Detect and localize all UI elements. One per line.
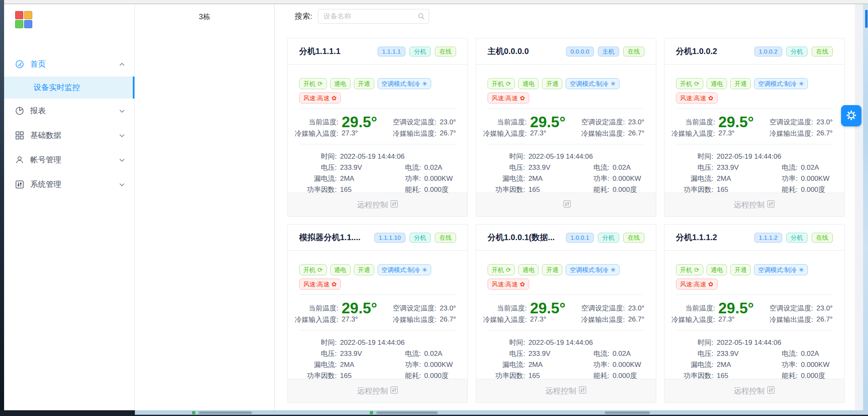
leak-current-value: 2MA: [528, 173, 577, 184]
sidebar-subitem-label: 设备实时监控: [34, 82, 80, 93]
fan-icon: ✿: [708, 281, 714, 287]
device-title: 模拟器分机1.1....: [299, 232, 374, 243]
device-ip-tag: 1.1.1.1: [378, 47, 405, 56]
logo-square-amber: [24, 11, 32, 19]
status-tag-ac-mode: 空调模式:制冷 ✳: [378, 264, 432, 275]
content-scrollbar-track[interactable]: [855, 4, 863, 410]
current-label: 电流:: [581, 162, 609, 173]
set-temp-value: 23.0°: [817, 118, 833, 127]
remote-control-button[interactable]: 远程控制: [476, 379, 656, 403]
time-label: 时间:: [488, 151, 525, 162]
logo-square-blue: [24, 20, 32, 28]
current-label: 电流:: [769, 348, 798, 359]
current-temp-value: 29.5°: [342, 118, 377, 127]
device-card-body: 开机 ⟳ 通电 开通 空调模式:制冷 ✳ 风速:高速 ✿: [664, 78, 844, 195]
status-tag-label: 空调模式:制冷: [382, 79, 420, 88]
status-tag-fan-speed: 风速:高速 ✿: [299, 279, 341, 290]
refrigerant-in-label: 冷媒输入温度:: [671, 315, 715, 324]
remote-control-icon: [579, 386, 586, 396]
power-label: 功率:: [769, 359, 798, 370]
sidebar-item-label: 首页: [30, 59, 46, 70]
taskbar-strip: [0, 410, 868, 416]
device-online-tag: 在线: [435, 47, 456, 56]
device-card-header: 分机1.1.1.2 1.1.1.2 分机 在线: [664, 225, 844, 251]
taskbar-icon: [192, 411, 195, 414]
sidebar-item-home[interactable]: 首页: [4, 52, 134, 76]
status-tag-label: 开通: [734, 79, 747, 88]
temperature-block: 当前温度: 29.5° 空调设定温度: 23.0° 冷媒输入温度: 27.3° …: [676, 110, 833, 139]
temperature-block: 当前温度: 29.5° 空调设定温度: 23.0° 冷媒输入温度: 27.3° …: [488, 296, 644, 325]
device-card: 分机1.0.0.1(数据... 1.0.0.1 分机 在线 开机 ⟳ 通电 开通: [476, 224, 656, 403]
window-scrollbar-thumb[interactable]: [865, 10, 868, 28]
building-item[interactable]: 3栋: [135, 8, 274, 25]
sidebar-item-device-monitor[interactable]: 设备实时监控: [4, 76, 134, 99]
refrigerant-in-value: 27.3°: [530, 129, 546, 137]
refrigerant-in-value: 27.3°: [342, 129, 358, 137]
current-temp-label: 当前温度:: [497, 118, 527, 127]
remote-control-icon: [767, 386, 775, 396]
status-tag-ac-mode: 空调模式:制冷 ✳: [754, 78, 808, 89]
window-scrollbar-track[interactable]: [863, 4, 868, 410]
status-tag-label: 开通: [546, 265, 558, 274]
refresh-icon: ⟳: [694, 81, 700, 87]
set-temp-value: 23.0°: [628, 118, 644, 127]
refrigerant-out-value: 26.7°: [440, 315, 456, 324]
search-label: 搜索:: [295, 9, 312, 24]
device-card-header: 分机1.0.0.1(数据... 1.0.0.1 分机 在线: [476, 225, 656, 251]
refresh-icon: ⟳: [506, 81, 511, 87]
status-tag-label: 风速:高速: [680, 280, 706, 288]
status-tag-fan-speed: 风速:高速 ✿: [676, 92, 718, 103]
device-ip-tag: 0.0.0.0: [566, 47, 594, 56]
voltage-value: 233.9V: [717, 162, 766, 173]
time-value: 2022-05-19 14:44:06: [528, 337, 644, 348]
snowflake-icon: ✳: [799, 81, 804, 87]
settings-fab[interactable]: [841, 105, 861, 126]
sidebar-item-system[interactable]: 系统管理: [4, 172, 134, 197]
time-value: 2022-05-19 14:44:06: [528, 151, 644, 162]
divider: [299, 144, 456, 144]
status-tag-label: 空调模式:制冷: [758, 265, 796, 274]
refrigerant-in-label: 冷媒输入温度:: [295, 315, 338, 324]
device-card-grid: 分机1.1.1.1 1.1.1.1 分机 在线 开机 ⟳ 通电 开通: [287, 38, 840, 403]
sidebar-item-base-data[interactable]: 基础数据: [4, 123, 134, 148]
sidebar-item-accounts[interactable]: 帐号管理: [4, 148, 134, 172]
current-label: 电流:: [392, 162, 421, 173]
leak-current-label: 漏电流:: [488, 359, 525, 370]
sidebar: 首页 设备实时监控 报表: [4, 4, 135, 410]
search-input[interactable]: [318, 9, 429, 24]
device-title: 主机0.0.0.0: [488, 46, 566, 57]
power-value: 0.000KW: [801, 173, 833, 184]
device-card: 模拟器分机1.1.... 1.1.1.10 分机 在线 开机 ⟳ 通电 开通: [287, 224, 468, 403]
status-tag-power-on: 开机 ⟳: [299, 78, 327, 89]
sidebar-item-reports[interactable]: 报表: [4, 99, 134, 123]
device-header-tags: 1.0.0.2 分机 在线: [754, 47, 833, 56]
app-window: 首页 设备实时监控 报表: [0, 0, 868, 416]
remote-control-button[interactable]: [476, 193, 656, 216]
remote-control-label: 远程控制: [545, 386, 576, 396]
set-temp-label: 空调设定温度:: [581, 304, 625, 313]
status-tag-power-on: 开机 ⟳: [488, 264, 515, 275]
set-temp-label: 空调设定温度:: [393, 118, 436, 127]
status-tag-label: 通电: [522, 79, 535, 88]
device-card: 分机1.1.1.1 1.1.1.1 分机 在线 开机 ⟳ 通电 开通: [287, 38, 468, 217]
remote-control-icon: [767, 200, 775, 210]
remote-control-button[interactable]: 远程控制: [288, 379, 468, 403]
remote-control-button[interactable]: 远程控制: [288, 193, 468, 216]
status-tag-energized: 通电: [330, 264, 351, 275]
status-tag-label: 开通: [546, 79, 558, 88]
device-card-body: 开机 ⟳ 通电 开通 空调模式:制冷 ✳ 风速:高速 ✿: [288, 264, 468, 381]
app-logo: [15, 11, 134, 28]
status-tag-label: 风速:高速: [303, 280, 329, 288]
status-tag-energized: 通电: [518, 78, 539, 89]
taskbar-dark-segment: [0, 410, 135, 416]
search-icon[interactable]: [418, 13, 425, 22]
power-value: 0.000KW: [424, 359, 456, 370]
remote-control-button[interactable]: 远程控制: [664, 379, 844, 403]
time-label: 时间:: [299, 151, 337, 162]
remote-control-button[interactable]: 远程控制: [664, 193, 844, 216]
leak-current-value: 2MA: [340, 173, 389, 184]
refrigerant-in-value: 27.3°: [718, 315, 735, 324]
leak-current-label: 漏电流:: [488, 173, 525, 184]
voltage-value: 233.9V: [717, 348, 766, 359]
device-ip-tag: 1.1.1.2: [754, 233, 782, 243]
